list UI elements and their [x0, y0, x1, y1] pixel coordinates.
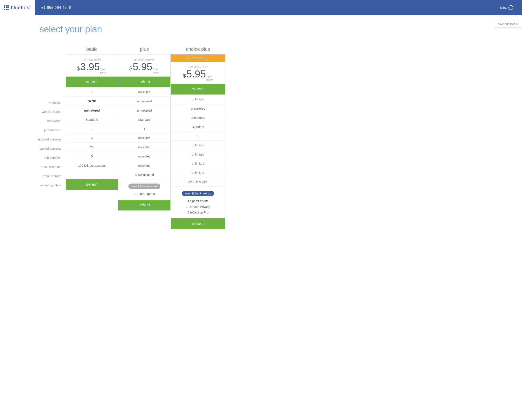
plan-basic-space: 50 GB — [66, 97, 118, 106]
label-marketing-offers: marketing offers — [17, 181, 66, 190]
label-website-space: website space — [17, 107, 66, 116]
plan-basic: basic normally $7.99 $ 3.95 * permonth s… — [66, 41, 118, 190]
plan-plus-included-domains: 1 — [118, 124, 170, 133]
plan-choice-plus-original-price: $14.99 — [199, 65, 208, 69]
plan-choice-plus-included-domains: 1 — [171, 131, 225, 140]
plan-basic-performance: Standard — [66, 115, 118, 124]
plan-plus-select-bottom[interactable]: select — [118, 200, 170, 210]
plan-plus-original-price: $10.99 — [146, 58, 154, 61]
plan-plus-performance: Standard — [118, 115, 170, 124]
plan-choice-plus-domain-privacy: 1 Domain Privacy — [171, 204, 225, 210]
plan-plus-websites: unlimited — [118, 87, 170, 97]
plan-choice-plus-badge-area: over $80/yr in extras — [171, 189, 225, 198]
plan-plus-marketing: $200 included — [118, 170, 170, 179]
plan-basic-select-bottom[interactable]: select — [66, 179, 118, 190]
plan-basic-original-price: $7.99 — [94, 58, 101, 61]
plan-choice-plus-title-area: choice plus — [171, 41, 225, 54]
plan-plus-bandwidth: unmetered — [118, 106, 170, 115]
plan-choice-plus-sitebackup: SiteBackup Pro — [171, 210, 225, 215]
plan-choice-plus-price-main: $ 5.95 * permonth — [175, 69, 221, 81]
plan-basic-email-storage: 100 MB per account — [66, 161, 118, 170]
logo-text: bluehost — [11, 5, 31, 10]
plan-basic-sub-domains: 25 — [66, 142, 118, 152]
plan-basic-card: normally $7.99 $ 3.95 * permonth select … — [66, 54, 118, 190]
plan-choice-plus-normally: normally $14.99 — [175, 65, 221, 69]
plan-basic-email-accounts: 5 — [66, 152, 118, 161]
plan-choice-plus-email-accounts: unlimited — [171, 159, 225, 168]
chat-area: chat have questions? — [500, 5, 513, 10]
plan-basic-price-area: normally $7.99 $ 3.95 * permonth — [66, 54, 118, 76]
plan-plus-email-storage: unlimited — [118, 161, 170, 170]
plan-basic-price-num: 3.95 — [80, 62, 100, 72]
plan-plus-extras-badge: over $24/yr in extras — [128, 183, 160, 189]
plan-choice-plus-parked-domains: unlimited — [171, 140, 225, 150]
label-websites: websites — [17, 98, 66, 107]
page-title-area: select your plan — [0, 15, 522, 41]
plan-plus-dollar: $ — [129, 65, 132, 71]
plan-basic-price-suffix: * permonth — [100, 67, 107, 74]
plan-basic-features: 1 50 GB unmetered Standard 1 5 25 5 100 … — [66, 87, 118, 179]
plans-container: websites website space bandwidth perform… — [0, 41, 522, 242]
plan-choice-plus-price-suffix: * permonth — [206, 74, 213, 81]
plan-choice-plus-select-bottom[interactable]: select — [171, 218, 225, 229]
plan-choice-plus-recommended: recommended — [171, 54, 225, 62]
plan-basic-dollar: $ — [77, 65, 80, 71]
plan-choice-plus-select-top[interactable]: select — [171, 84, 225, 94]
plan-basic-price-main: $ 3.95 * permonth — [70, 62, 114, 74]
plan-basic-bandwidth: unmetered — [66, 106, 118, 115]
plan-plus-price-suffix: * permonth — [153, 67, 160, 74]
plan-plus-badge-area: over $24/yr in extras — [118, 182, 170, 191]
plan-basic-websites: 1 — [66, 87, 118, 97]
plan-basic-title-area: basic — [66, 41, 118, 54]
plan-basic-included-domains: 1 — [66, 124, 118, 133]
chat-bubble-icon — [508, 5, 513, 10]
plan-basic-parked-domains: 5 — [66, 133, 118, 142]
plan-basic-asterisk: * — [100, 67, 101, 71]
plan-choice-plus-performance: Standard — [171, 122, 225, 131]
plan-plus-space: unmetered — [118, 97, 170, 106]
plan-plus: plus normally $10.99 $ 5.95 * permonth s… — [118, 41, 171, 211]
plan-choice-plus-features: unlimited unmetered unmetered Standard 1… — [171, 94, 225, 186]
plan-choice-plus-card: recommended normally $14.99 $ 5.95 * per… — [171, 54, 225, 229]
plan-plus-price-area: normally $10.99 $ 5.95 * permonth — [118, 54, 170, 76]
plan-plus-extras: over $24/yr in extras 1 SpamExperts — [118, 179, 170, 199]
plan-choice-plus-extras: over $80/yr in extras 1 SpamExperts 1 Do… — [171, 186, 225, 217]
label-email-storage: email storage — [17, 171, 66, 181]
logo-grid-icon — [4, 5, 9, 10]
plan-plus-sub-domains: unlimited — [118, 142, 170, 152]
chat-button[interactable]: chat — [500, 5, 513, 10]
label-bandwidth: bandwidth — [17, 116, 66, 126]
plan-choice-plus: choice plus recommended normally $14.99 … — [171, 41, 225, 229]
plan-plus-card: normally $10.99 $ 5.95 * permonth select… — [118, 54, 171, 211]
label-parked-domains: parked domains — [17, 144, 66, 153]
page-title: select your plan — [39, 24, 522, 35]
plan-choice-plus-dollar: $ — [183, 73, 186, 79]
have-questions-tooltip[interactable]: have questions? — [494, 21, 522, 27]
plan-choice-plus-space: unmetered — [171, 104, 225, 113]
plan-basic-normally: normally $7.99 — [70, 58, 114, 61]
logo-area[interactable]: bluehost — [0, 0, 35, 15]
plan-plus-select-top[interactable]: select — [118, 76, 170, 87]
plan-choice-plus-sub-domains: unlimited — [171, 150, 225, 159]
plan-basic-select-top[interactable]: select — [66, 76, 118, 87]
header: bluehost +1 855 984 4546 chat have quest… — [0, 0, 522, 15]
plan-plus-spamexperts: 1 SpamExperts — [118, 191, 170, 197]
plan-plus-normally: normally $10.99 — [123, 58, 166, 61]
plan-choice-plus-name: choice plus — [171, 46, 225, 52]
plan-plus-title-area: plus — [118, 41, 171, 54]
plan-plus-email-accounts: unlimited — [118, 152, 170, 161]
plan-choice-plus-spamexperts: 1 SpamExperts — [171, 198, 225, 204]
plan-plus-price-num: 5.95 — [133, 62, 153, 72]
plan-choice-plus-marketing: $200 included — [171, 177, 225, 186]
label-email-accounts: email accounts — [17, 162, 66, 171]
plan-choice-plus-email-storage: unlimited — [171, 168, 225, 177]
label-performance: performance — [17, 126, 66, 135]
plan-choice-plus-price-num: 5.95 — [186, 69, 206, 79]
plan-choice-plus-extras-badge: over $80/yr in extras — [182, 191, 214, 196]
plan-choice-plus-websites: unlimited — [171, 94, 225, 104]
plan-plus-name: plus — [118, 46, 171, 52]
phone-number[interactable]: +1 855 984 4546 — [41, 6, 71, 10]
plan-plus-parked-domains: unlimited — [118, 133, 170, 142]
label-included-domains: included domains — [17, 135, 66, 144]
header-left: bluehost +1 855 984 4546 — [9, 0, 71, 15]
